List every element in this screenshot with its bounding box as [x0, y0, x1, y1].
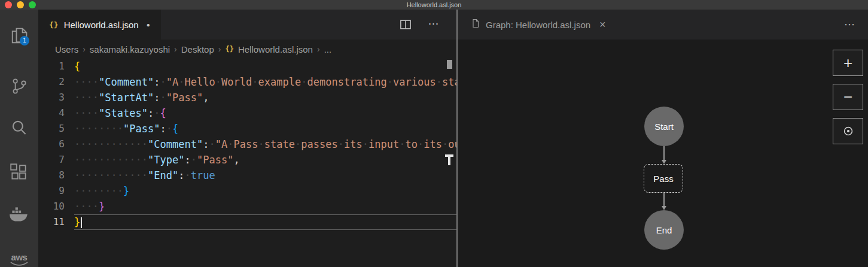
line-number: 6: [38, 136, 74, 152]
code-line[interactable]: 4····"States":·{: [38, 105, 456, 121]
graph-edge-arrow: [663, 146, 665, 160]
graph-node-pass[interactable]: Pass: [644, 164, 683, 193]
editor-more-actions-icon[interactable]: ⋯: [426, 16, 441, 32]
code-line[interactable]: 1{: [38, 59, 456, 74]
breadcrumb-item-desktop[interactable]: Desktop: [181, 44, 214, 54]
explorer-badge: 1: [20, 36, 29, 45]
tab-label: Helloworld.asl.json: [64, 20, 139, 30]
file-icon: [471, 18, 480, 31]
line-number: 5: [38, 121, 74, 136]
text-cursor: [81, 217, 82, 228]
tab-bar: {} Helloworld.asl.json ● ⋯: [38, 10, 456, 40]
chevron-right-icon: ›: [317, 44, 320, 54]
graph-node-end[interactable]: End: [644, 210, 684, 250]
overview-ruler-mark: [445, 154, 453, 165]
explorer-icon[interactable]: 1: [0, 20, 38, 51]
line-number: 4: [38, 105, 74, 121]
editor-group: {} Helloworld.asl.json ● ⋯ Users › sakam…: [38, 10, 456, 267]
split-editor-icon[interactable]: [400, 19, 412, 31]
line-number: 7: [38, 152, 74, 168]
state-machine-graph: Start Pass End: [458, 40, 868, 267]
graph-canvas: + − Start Pass End: [458, 40, 868, 267]
extensions-icon[interactable]: [0, 158, 38, 187]
line-number: 9: [38, 183, 74, 199]
code-line[interactable]: 8············"End":·true: [38, 168, 456, 183]
graph-panel: Graph: Helloworld.asl.json × ⋯ + − Start…: [458, 10, 868, 267]
line-number: 11: [38, 214, 74, 230]
titlebar: Helloworld.asl.json: [0, 0, 868, 10]
graph-node-start[interactable]: Start: [644, 107, 684, 146]
graph-panel-tab-bar: Graph: Helloworld.asl.json × ⋯: [458, 10, 868, 40]
code-line[interactable]: 3····"StartAt":·"Pass",: [38, 90, 456, 105]
vscode-window: Helloworld.asl.json 1: [0, 0, 868, 267]
breadcrumb-item-user[interactable]: sakamaki.kazuyoshi: [90, 44, 170, 54]
json-braces-icon: {}: [49, 20, 59, 29]
scrollbar-thumb[interactable]: [447, 60, 452, 69]
tab-helloworld-asl-json[interactable]: {} Helloworld.asl.json ●: [38, 10, 161, 40]
breadcrumb: Users › sakamaki.kazuyoshi › Desktop › {…: [38, 40, 456, 59]
aws-toolkit-icon[interactable]: aws: [0, 247, 38, 267]
docker-icon[interactable]: [0, 200, 38, 229]
panel-more-actions-icon[interactable]: ⋯: [842, 17, 857, 32]
window-title: Helloworld.asl.json: [0, 0, 868, 10]
activity-bar: 1 aws: [0, 10, 38, 267]
tab-graph-helloworld[interactable]: Graph: Helloworld.asl.json ×: [458, 10, 619, 40]
close-icon[interactable]: ×: [599, 19, 606, 31]
code-line[interactable]: 9········}: [38, 183, 456, 199]
breadcrumb-item-symbols[interactable]: ...: [324, 44, 332, 54]
code-line[interactable]: 10····}: [38, 199, 456, 214]
aws-label: aws: [11, 253, 28, 262]
graph-edge-arrow: [663, 193, 665, 207]
line-number: 2: [38, 74, 74, 90]
chevron-right-icon: ›: [174, 44, 177, 54]
line-number: 8: [38, 168, 74, 183]
chevron-right-icon: ›: [83, 44, 86, 54]
editor[interactable]: 1{2····"Comment":·"A·Hello·World·example…: [38, 59, 456, 267]
breadcrumb-item-users[interactable]: Users: [55, 44, 78, 54]
line-number: 10: [38, 199, 74, 214]
editor-lines: 1{2····"Comment":·"A·Hello·World·example…: [38, 59, 456, 230]
graph-tab-label: Graph: Helloworld.asl.json: [486, 20, 590, 30]
code-line[interactable]: 6············"Comment":·"A·Pass·state·pa…: [38, 136, 456, 152]
code-line[interactable]: 11}: [38, 214, 456, 230]
code-line[interactable]: 7············"Type":·"Pass",: [38, 152, 456, 168]
line-number: 3: [38, 90, 74, 105]
chevron-right-icon: ›: [218, 44, 221, 54]
modified-indicator[interactable]: ●: [147, 22, 150, 28]
breadcrumb-item-file[interactable]: Helloworld.asl.json: [238, 44, 313, 54]
line-number: 1: [38, 59, 74, 74]
source-control-icon[interactable]: [0, 72, 38, 101]
code-line[interactable]: 5········"Pass":·{: [38, 121, 456, 136]
code-line[interactable]: 2····"Comment":·"A·Hello·World·example·d…: [38, 74, 456, 90]
search-icon[interactable]: [0, 114, 38, 142]
json-braces-icon: {}: [225, 45, 233, 53]
